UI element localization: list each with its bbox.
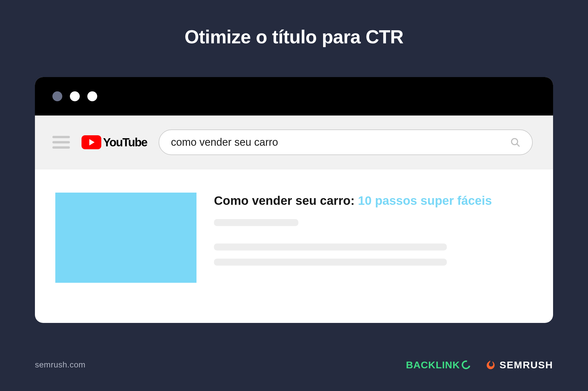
backlinko-wordmark: BACKLINK (406, 359, 460, 371)
meta-placeholder-line (214, 219, 298, 226)
youtube-logo-text: YouTube (103, 136, 147, 149)
footer-brands: BACKLINK SEMRUSH (406, 359, 553, 371)
hamburger-menu-icon[interactable] (52, 136, 70, 149)
search-query-text: como vender seu carro (171, 136, 504, 148)
video-title-highlight: 10 passos super fáceis (358, 194, 492, 207)
search-input[interactable]: como vender seu carro (159, 129, 533, 155)
video-meta: Como vender seu carro: 10 passos super f… (214, 193, 533, 283)
svg-line-1 (517, 144, 519, 146)
browser-window: YouTube como vender seu carro Como vende… (35, 77, 553, 323)
youtube-logo[interactable]: YouTube (82, 135, 147, 149)
window-dot-minimize-icon (70, 91, 80, 101)
backlinko-o-icon (460, 359, 472, 371)
backlinko-logo: BACKLINK (406, 359, 470, 371)
page-heading: Otimize o título para CTR (0, 0, 588, 48)
video-thumbnail[interactable] (55, 193, 196, 283)
window-title-bar (35, 77, 553, 115)
footer: semrush.com BACKLINK SEMRUSH (0, 356, 588, 374)
search-result: Como vender seu carro: 10 passos super f… (35, 169, 553, 283)
footer-domain: semrush.com (35, 360, 86, 369)
description-placeholder-line (214, 259, 447, 266)
description-placeholder-line (214, 244, 447, 250)
youtube-play-icon (82, 135, 101, 149)
semrush-logo: SEMRUSH (485, 359, 553, 371)
semrush-fire-icon (485, 360, 495, 370)
semrush-wordmark: SEMRUSH (500, 359, 553, 371)
video-title-main: Como vender seu carro: (214, 194, 358, 207)
window-dot-maximize-icon (87, 91, 97, 101)
video-title[interactable]: Como vender seu carro: 10 passos super f… (214, 193, 533, 209)
window-dot-close-icon (52, 91, 62, 101)
youtube-header: YouTube como vender seu carro (35, 115, 553, 169)
search-icon[interactable] (510, 137, 520, 147)
